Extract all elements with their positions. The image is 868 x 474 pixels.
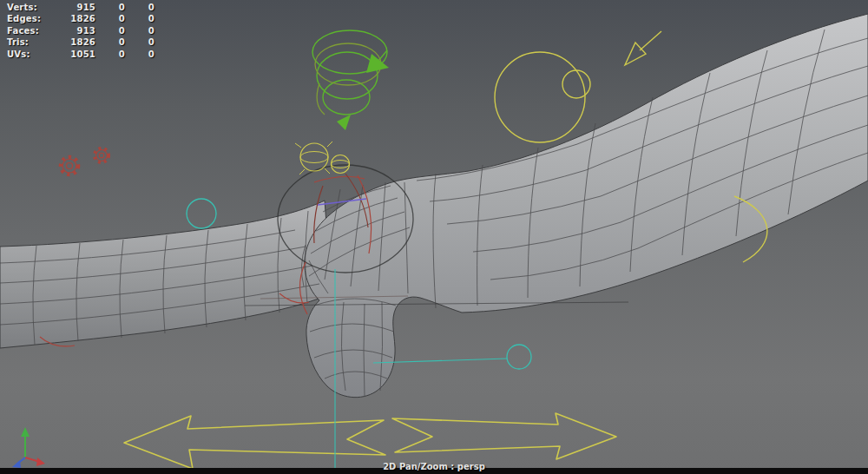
hud-col2: 0 [95,3,125,14]
axis-y-arrow-icon [21,427,30,437]
hud-label: Verts: [7,3,52,14]
view-axis-gizmo[interactable] [12,427,45,468]
hud-label: Faces: [7,26,52,37]
hud-count: 1826 [52,14,95,25]
axis-x-arrow-icon [36,458,45,466]
hud-label: Edges: [7,14,52,25]
right-arm-fist-mesh[interactable] [305,14,868,398]
viewport-canvas[interactable] [0,0,868,474]
wrist-sphere-control [300,143,328,171]
hud-count: 913 [52,26,95,37]
yellow-control-circle-small [562,70,590,98]
hud-col3: 0 [125,26,155,37]
maya-3d-viewport[interactable]: Verts: 915 0 0 Edges: 1826 0 0 Faces: 91… [0,0,868,474]
hud-count: 1051 [52,49,95,61]
hud-col2: 0 [95,26,125,37]
arrow-icon [366,54,389,73]
hud-col3: 0 [125,49,155,61]
pan-arrow-right [392,413,616,459]
hud-label: Tris: [7,37,52,49]
axis-z-arrow-icon [12,460,21,468]
gear-teeth-icon [95,148,108,162]
poly-count-hud: Verts: 915 0 0 Edges: 1826 0 0 Faces: 91… [7,3,155,61]
hud-col2: 0 [95,14,125,25]
wrist-sphere-control [332,155,350,174]
teal-control-circle [187,199,216,228]
arrow-tail [640,31,661,50]
hud-col3: 0 [125,14,155,25]
green-arrowheads[interactable] [337,54,389,130]
hud-col3: 0 [125,37,155,49]
teal-end-circle [507,345,531,369]
gear-teeth-icon [61,157,78,174]
arrow-icon [625,43,646,65]
hud-count: 915 [52,3,95,14]
hud-col2: 0 [95,37,125,49]
hud-col3: 0 [125,3,155,14]
hud-col2: 0 [95,49,125,61]
gear-icon [96,150,108,161]
hud-count: 1826 [52,37,95,49]
left-arm-mesh[interactable] [0,201,332,348]
viewport-status-label: 2D Pan/Zoom : persp [383,462,485,471]
arrow-icon [337,115,351,130]
hud-label: UVs: [7,49,52,61]
pan-arrow-left [124,416,385,469]
